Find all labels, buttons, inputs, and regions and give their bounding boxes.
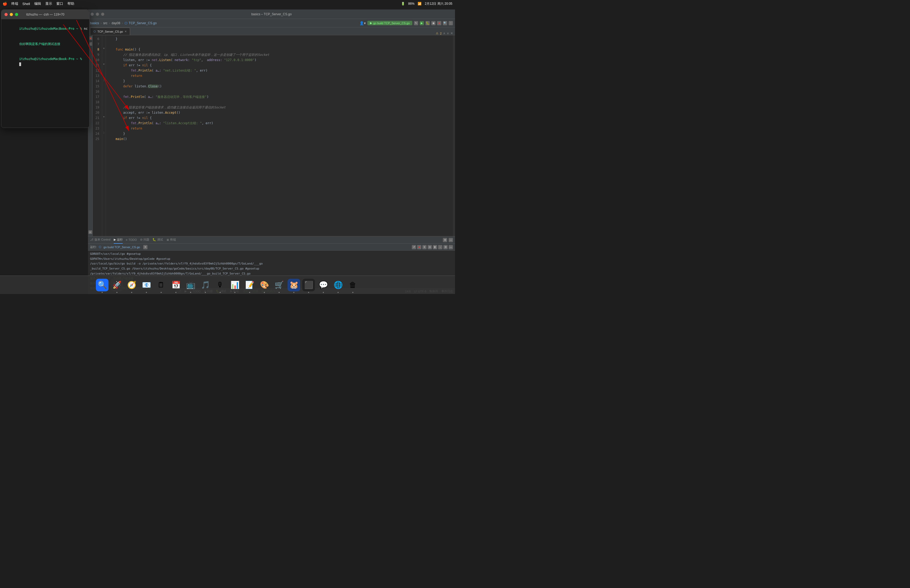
panel-tab-version-control[interactable]: ⎇ 版本 Control bbox=[90, 236, 111, 244]
dock-wechat[interactable]: 💬 bbox=[317, 279, 330, 291]
menu-shell[interactable]: Shell bbox=[23, 2, 30, 6]
menu-edit[interactable]: 编辑 bbox=[34, 1, 41, 6]
terminal-prompt-1: itzhuzhu@itzhuzudeMacBook-Pro ~ % bbox=[19, 27, 84, 31]
panel-tab-debug[interactable]: 🐛 调试 bbox=[152, 236, 163, 244]
code-line-9: // 指定服务器的通讯协议、ip、端口，Listen本身不做监听，这一步是创建了… bbox=[108, 52, 453, 57]
run-clear-icon[interactable]: 🗑 bbox=[433, 245, 437, 249]
debug-panel-icon: 🐛 bbox=[152, 238, 156, 241]
run-pause-icon[interactable]: ⏸ bbox=[422, 245, 427, 249]
dock-keynote[interactable]: 🎨 bbox=[258, 279, 271, 291]
dock-goland[interactable]: 🐹 bbox=[288, 279, 300, 291]
nav-day08[interactable]: day08 bbox=[112, 21, 120, 25]
code-line-11: if err != nil { bbox=[108, 63, 453, 68]
run-close-tab-icon[interactable]: ✕ bbox=[143, 245, 147, 249]
run-config-button[interactable]: ▶ go build TCP_Server_CS.go bbox=[367, 21, 412, 25]
dock-chrome[interactable]: 🌐 bbox=[332, 279, 344, 291]
line-num-25: 25 bbox=[93, 136, 100, 142]
ide-fullscreen-button[interactable] bbox=[101, 13, 104, 16]
line-num-24: 24 bbox=[93, 131, 100, 136]
panel-close-icon[interactable]: — bbox=[449, 238, 453, 242]
line-num-13: 13 bbox=[93, 73, 100, 78]
run-rerun-icon[interactable]: ↺ bbox=[412, 245, 416, 249]
todo-icon: ≡ bbox=[126, 238, 128, 241]
code-line-14: } bbox=[108, 78, 453, 84]
ide-minimize-button[interactable] bbox=[96, 13, 99, 16]
run-settings-icon[interactable]: ⚙ bbox=[443, 245, 448, 249]
dock-launchpad[interactable]: 🚀 bbox=[111, 279, 123, 291]
code-line-16 bbox=[108, 89, 453, 94]
code-editor[interactable]: } func main() { // 指定服务器的通讯协议、ip、端口，List… bbox=[106, 35, 453, 236]
fold-column: ▼ ▼ } ▼ } bbox=[102, 35, 106, 236]
terminal-close-button[interactable] bbox=[5, 13, 8, 16]
terminal-fullscreen-button[interactable] bbox=[15, 13, 18, 16]
run-stop-icon[interactable]: ■ bbox=[417, 245, 421, 249]
coverage-icon[interactable]: ◉ bbox=[431, 21, 435, 25]
dock-notes[interactable]: 🗒 bbox=[155, 279, 168, 291]
menu-window[interactable]: 窗口 bbox=[57, 1, 63, 6]
menu-terminal[interactable]: 终端 bbox=[11, 1, 18, 6]
terminal-body[interactable]: itzhuzhu@itzhuzudeMacBook-Pro ~ % nc 127… bbox=[1, 19, 89, 128]
code-area[interactable]: 6 7 8 9 10 11 12 13 14 15 16 17 18 19 20… bbox=[93, 35, 453, 236]
stop-icon[interactable]: ■ bbox=[437, 21, 441, 25]
panel-tab-terminal[interactable]: 🖥 终端 bbox=[166, 236, 176, 244]
nav-up-icon[interactable]: ∧ bbox=[443, 32, 445, 35]
menubar-right: 🔋 86% 📶 2月12日 周六 20:05 bbox=[401, 2, 453, 6]
menubar: 🍎 终端 Shell 编辑 显示 窗口 帮助 🔋 86% 📶 2月12日 周六 … bbox=[0, 0, 455, 7]
editor-tab-tcp-server[interactable]: ⬡ TCP_Server_CS.go ✕ bbox=[90, 27, 130, 35]
debug-icon[interactable]: 🐛 bbox=[425, 21, 430, 25]
nav-down-icon[interactable]: ∨ bbox=[447, 32, 449, 35]
fold-16 bbox=[102, 88, 105, 93]
dock-numbers[interactable]: 📊 bbox=[229, 279, 241, 291]
dock-appstore[interactable]: 🛒 bbox=[273, 279, 285, 291]
tab-close-button[interactable]: ✕ bbox=[124, 30, 127, 33]
code-line-7 bbox=[108, 42, 453, 47]
dock-tv[interactable]: 📺 bbox=[184, 279, 197, 291]
fold-11[interactable]: ▼ bbox=[102, 61, 105, 67]
dock-terminal[interactable]: ⬛ bbox=[302, 279, 315, 291]
panel-tabs: ⎇ 版本 Control ▶ 运行 ≡ TODO ⊘ 问题 🐛 调试 bbox=[88, 236, 455, 244]
panel-tab-problems[interactable]: ⊘ 问题 bbox=[140, 236, 149, 244]
panel-tab-todo[interactable]: ≡ TODO bbox=[126, 236, 137, 244]
ide-close-button[interactable] bbox=[91, 13, 94, 16]
menu-view[interactable]: 显示 bbox=[45, 1, 52, 6]
nav-src[interactable]: src bbox=[103, 21, 107, 25]
fold-21[interactable]: ▼ bbox=[102, 114, 105, 120]
dock-safari[interactable]: 🧭 bbox=[125, 279, 138, 291]
search-icon[interactable]: 🔍 bbox=[443, 21, 447, 25]
fold-10 bbox=[102, 57, 105, 61]
ide-window: basics – TCP_Server_CS.go basics › src ›… bbox=[88, 10, 455, 294]
dock-podcasts[interactable]: 🎙 bbox=[214, 279, 226, 291]
code-line-12: fmt.Println( a…: "net.Listen出错: ", err) bbox=[108, 68, 453, 73]
run-close-panel-icon[interactable]: — bbox=[449, 245, 453, 249]
dock-finder[interactable]: 🔍 bbox=[96, 279, 108, 291]
user-icon[interactable]: 👤▾ bbox=[359, 21, 366, 25]
run-config-icon: ▶ bbox=[370, 21, 372, 25]
dock-pages[interactable]: 📝 bbox=[243, 279, 256, 291]
nav-project[interactable]: basics bbox=[90, 21, 99, 25]
close-warning-icon[interactable]: ✕ bbox=[451, 32, 453, 35]
panel-settings-icon[interactable]: ⚙ bbox=[443, 238, 447, 242]
dock-music[interactable]: 🎵 bbox=[199, 279, 212, 291]
nav-file[interactable]: ⬡ TCP_Server_CS.go bbox=[124, 21, 157, 25]
menu-help[interactable]: 帮助 bbox=[68, 1, 74, 6]
refresh-icon[interactable]: ↻ bbox=[414, 21, 418, 25]
fold-8[interactable]: ▼ bbox=[102, 46, 105, 51]
panel-tab-run[interactable]: ▶ 运行 bbox=[114, 236, 123, 244]
dock-trash[interactable]: 🗑 bbox=[346, 279, 359, 291]
dock-calendar[interactable]: 📅 bbox=[170, 279, 182, 291]
run-filter-icon[interactable]: ⊟ bbox=[428, 245, 432, 249]
terminal-minimize-button[interactable] bbox=[10, 13, 13, 16]
dock-mail[interactable]: 📧 bbox=[140, 279, 153, 291]
more-options-icon[interactable]: ⋮ bbox=[449, 21, 453, 25]
line-num-20: 20 bbox=[93, 110, 100, 115]
code-line-25: main() bbox=[108, 136, 453, 142]
file-icon: ⬡ bbox=[124, 21, 127, 25]
code-line-13: return bbox=[108, 73, 453, 78]
minimap[interactable] bbox=[453, 35, 455, 236]
line-num-23: 23 bbox=[93, 126, 100, 131]
run-icon[interactable]: ▶ bbox=[420, 21, 424, 25]
sidebar-structure-bottom-icon[interactable]: ⊞ bbox=[89, 230, 92, 234]
run-scroll-icon[interactable]: ↓ bbox=[438, 245, 442, 249]
apple-menu[interactable]: 🍎 bbox=[3, 2, 7, 6]
wifi-icon: 📶 bbox=[418, 2, 422, 5]
